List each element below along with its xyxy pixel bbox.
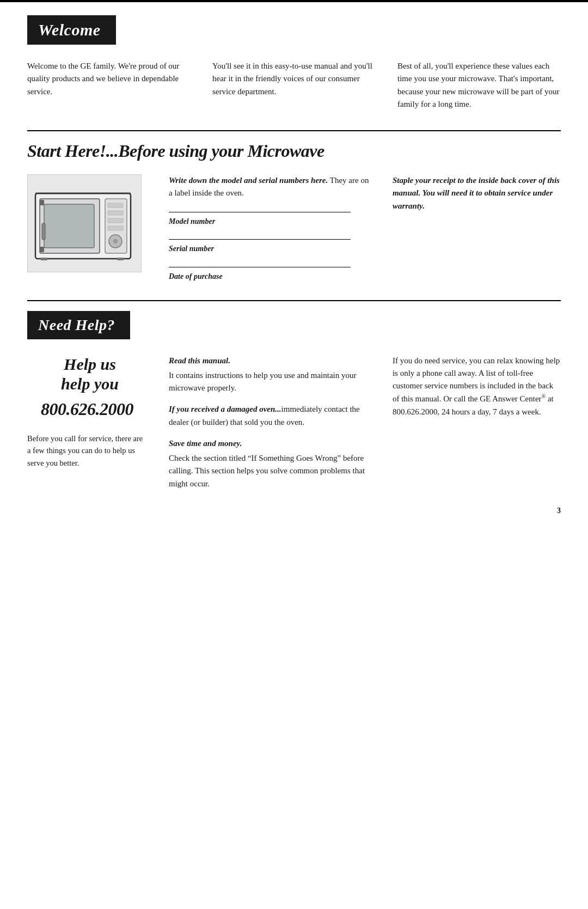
date-of-purchase-label: Date of purchase xyxy=(169,271,371,283)
need-help-title: Need Help? xyxy=(38,316,115,334)
welcome-col-3: Best of all, you'll experience these val… xyxy=(397,60,561,111)
phone-number: 800.626.2000 xyxy=(27,399,147,419)
welcome-columns: Welcome to the GE family. We're proud of… xyxy=(27,60,561,111)
model-number-line xyxy=(169,212,351,212)
read-manual-block: Read this manual. It contains instructio… xyxy=(169,355,371,395)
save-time-bold: Save time and money. xyxy=(169,437,371,450)
need-help-divider xyxy=(27,300,561,301)
need-help-left-col: Help us help you 800.626.2000 Before you… xyxy=(27,355,147,499)
damaged-oven-block: If you received a damaged oven...immedia… xyxy=(169,403,371,429)
svg-rect-3 xyxy=(42,223,45,240)
need-help-header: Need Help? xyxy=(27,311,130,339)
svg-rect-5 xyxy=(40,247,44,252)
start-here-middle: Write down the model and serial numbers … xyxy=(169,174,371,283)
start-here-title: Start Here!...Before using your Microwav… xyxy=(27,141,561,161)
serial-number-label: Serial number xyxy=(169,243,371,255)
svg-rect-9 xyxy=(108,218,123,223)
welcome-text-2: You'll see it in this easy-to-use manual… xyxy=(212,60,376,98)
welcome-col-2: You'll see it in this easy-to-use manual… xyxy=(212,60,376,111)
read-manual-text: It contains instructions to help you use… xyxy=(169,371,357,392)
start-here-right: Staple your receipt to the inside back c… xyxy=(393,174,561,283)
svg-rect-10 xyxy=(108,226,123,230)
save-time-block: Save time and money. Check the section t… xyxy=(169,437,371,490)
need-help-content: Help us help you 800.626.2000 Before you… xyxy=(27,355,561,499)
welcome-text-1: Welcome to the GE family. We're proud of… xyxy=(27,60,191,98)
svg-rect-13 xyxy=(41,258,47,260)
svg-rect-7 xyxy=(108,203,123,208)
welcome-col-1: Welcome to the GE family. We're proud of… xyxy=(27,60,191,111)
svg-rect-14 xyxy=(117,258,124,260)
start-here-middle-text: Write down the model and serial numbers … xyxy=(169,174,371,200)
svg-rect-8 xyxy=(108,211,123,215)
svg-rect-2 xyxy=(44,204,94,248)
microwave-image-col xyxy=(27,174,147,283)
svg-point-12 xyxy=(113,239,118,243)
start-here-content: Write down the model and serial numbers … xyxy=(27,174,561,283)
welcome-divider xyxy=(27,130,561,131)
save-time-text: Check the section titled “If Something G… xyxy=(169,454,365,488)
before-call-text: Before you call for service, there are a… xyxy=(27,432,147,469)
serial-number-line xyxy=(169,239,351,240)
help-us-text: Help us help you xyxy=(27,355,147,394)
need-help-right-text: If you do need service, you can relax kn… xyxy=(393,355,561,418)
welcome-text-3: Best of all, you'll experience these val… xyxy=(397,60,561,111)
welcome-header: Welcome xyxy=(27,15,116,45)
welcome-title: Welcome xyxy=(38,21,101,39)
model-number-label: Model number xyxy=(169,216,371,228)
need-help-middle-col: Read this manual. It contains instructio… xyxy=(169,355,371,499)
staple-receipt-text: Staple your receipt to the inside back c… xyxy=(393,174,561,212)
microwave-image xyxy=(27,174,142,272)
write-down-bold: Write down the model and serial numbers … xyxy=(169,176,328,185)
read-manual-bold: Read this manual. xyxy=(169,355,371,367)
date-of-purchase-line xyxy=(169,267,351,267)
need-help-right-col: If you do need service, you can relax kn… xyxy=(393,355,561,499)
damaged-oven-bold: If you received a damaged oven... xyxy=(169,405,281,413)
page-number: 3 xyxy=(557,507,561,515)
microwave-svg-illustration xyxy=(30,177,139,270)
svg-rect-4 xyxy=(40,200,44,205)
